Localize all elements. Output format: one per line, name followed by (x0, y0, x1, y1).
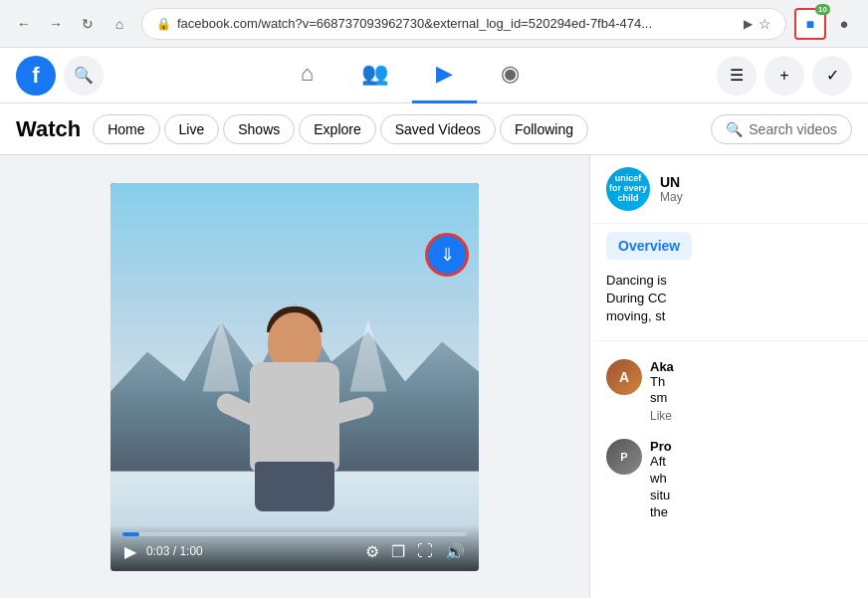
comment-text-pro: Aft wh situ the (650, 454, 852, 521)
channel-name: UN (660, 174, 852, 190)
sidebar-channel-info: UN May (660, 174, 852, 204)
watch-title: Watch (16, 116, 81, 142)
menu-icon: ☰ (730, 66, 744, 85)
controls-row: ▶ 0:03 / 1:00 ⚙ ❐ ⛶ 🔊 (122, 540, 467, 563)
video-controls: ▶ 0:03 / 1:00 ⚙ ❐ ⛶ 🔊 (110, 524, 479, 571)
friends-icon: 👥 (361, 61, 388, 87)
profile-button[interactable]: ● (830, 10, 858, 38)
comment-body-pro: Pro Aft wh situ the (650, 439, 852, 521)
nav-watch-icon[interactable]: ▶ (412, 48, 477, 103)
home-icon: ⌂ (301, 61, 314, 87)
add-button[interactable]: + (764, 56, 804, 96)
child-pants (255, 462, 334, 511)
comment-item: A Aka Th sm Like (590, 351, 868, 432)
video-background (110, 183, 479, 571)
comment-like-aka[interactable]: Like (650, 409, 852, 423)
fb-nav-right: ☰ + ✓ (717, 56, 852, 96)
right-sidebar: uniceffor every child UN May Overview Da… (589, 155, 868, 598)
progress-fill (122, 532, 139, 536)
nav-home-icon[interactable]: ⌂ (277, 48, 337, 103)
main-content: ⇓ ▶ 0:03 / 1:00 ⚙ ❐ (0, 155, 868, 598)
video-player[interactable]: ⇓ ▶ 0:03 / 1:00 ⚙ ❐ (110, 183, 479, 571)
nav-friends-icon[interactable]: 👥 (337, 48, 412, 103)
download-button[interactable]: ⇓ (425, 233, 469, 277)
time-display: 0:03 / 1:00 (146, 544, 203, 558)
progress-bar[interactable] (122, 532, 467, 536)
address-bar[interactable]: 🔒 facebook.com/watch?v=668737093962730&e… (141, 8, 786, 40)
tab-live[interactable]: Live (164, 114, 220, 144)
search-icon: 🔍 (726, 121, 743, 137)
download-icon: ⇓ (440, 244, 455, 266)
forward-button[interactable]: → (42, 10, 70, 38)
fb-nav-center: ⌂ 👥 ▶ ◉ (111, 48, 709, 103)
nav-groups-icon[interactable]: ◉ (477, 48, 543, 103)
channel-sub: May (660, 190, 852, 204)
reload-button[interactable]: ↻ (74, 10, 102, 38)
tab-saved-videos[interactable]: Saved Videos (380, 114, 496, 144)
search-placeholder: Search videos (749, 121, 837, 137)
plus-icon: + (779, 67, 788, 85)
tab-shows[interactable]: Shows (223, 114, 295, 144)
extension-icon: ■ (806, 16, 814, 32)
description-line-2: During CC (606, 290, 852, 307)
description-line-1: Dancing is (606, 272, 852, 290)
toolbar-icons: ■ 10 ● (794, 8, 858, 40)
back-button[interactable]: ← (10, 10, 38, 38)
comment-text-aka: Th sm (650, 374, 852, 408)
tab-explore[interactable]: Explore (299, 114, 375, 144)
commenter-avatar-pro: P (606, 439, 642, 475)
channel-avatar: uniceffor every child (606, 167, 650, 211)
nav-buttons: ← → ↻ ⌂ (10, 10, 133, 38)
current-time: 0:03 (146, 544, 169, 558)
volume-button[interactable]: 🔊 (443, 540, 467, 563)
commenter-name-aka: Aka (650, 359, 852, 374)
menu-button[interactable]: ☰ (717, 56, 757, 96)
unicef-text: uniceffor every child (606, 174, 650, 204)
address-text: facebook.com/watch?v=668737093962730&ext… (177, 16, 738, 31)
total-time: 1:00 (179, 544, 202, 558)
extension-button[interactable]: ■ 10 (794, 8, 826, 40)
watch-tabbar: Watch Home Live Shows Explore Saved Vide… (0, 103, 868, 155)
video-search-bar[interactable]: 🔍 Search videos (711, 114, 852, 144)
sidebar-channel-header: uniceffor every child UN May (590, 155, 868, 224)
extension-badge: 10 (815, 4, 830, 15)
video-panel: ⇓ ▶ 0:03 / 1:00 ⚙ ❐ (0, 155, 589, 598)
navigate-arrow: ▶ (744, 17, 753, 31)
description-line-3: moving, st (606, 307, 852, 325)
controls-right: ⚙ ❐ ⛶ 🔊 (363, 540, 467, 563)
overview-button[interactable]: Overview (606, 232, 692, 260)
sidebar-divider (590, 340, 868, 341)
home-button[interactable]: ⌂ (106, 10, 133, 38)
bookmark-star-icon[interactable]: ☆ (759, 16, 771, 32)
messenger-icon: ✓ (826, 66, 839, 85)
child-figure (215, 293, 374, 531)
comment-body-aka: Aka Th sm Like (650, 359, 852, 424)
settings-button[interactable]: ⚙ (363, 540, 381, 563)
tab-home[interactable]: Home (93, 114, 159, 144)
groups-icon: ◉ (501, 61, 520, 87)
sidebar-description: Dancing is During CC moving, st (590, 268, 868, 330)
comment-item-pro: P Pro Aft wh situ the (590, 431, 868, 529)
fullscreen-button[interactable]: ❐ (389, 540, 407, 563)
lock-icon: 🔒 (156, 17, 171, 31)
fb-search-button[interactable]: 🔍 (64, 56, 104, 96)
browser-chrome: ← → ↻ ⌂ 🔒 facebook.com/watch?v=668737093… (0, 0, 868, 48)
messenger-button[interactable]: ✓ (812, 56, 852, 96)
watch-icon: ▶ (436, 61, 453, 87)
facebook-navbar: f 🔍 ⌂ 👥 ▶ ◉ ☰ + ✓ (0, 48, 868, 103)
play-button[interactable]: ▶ (122, 540, 138, 563)
tab-following[interactable]: Following (500, 114, 588, 144)
commenter-name-pro: Pro (650, 439, 852, 454)
search-icon: 🔍 (74, 66, 94, 85)
commenter-avatar-aka: A (606, 359, 642, 395)
miniplayer-button[interactable]: ⛶ (415, 540, 435, 562)
facebook-logo[interactable]: f (16, 56, 56, 96)
